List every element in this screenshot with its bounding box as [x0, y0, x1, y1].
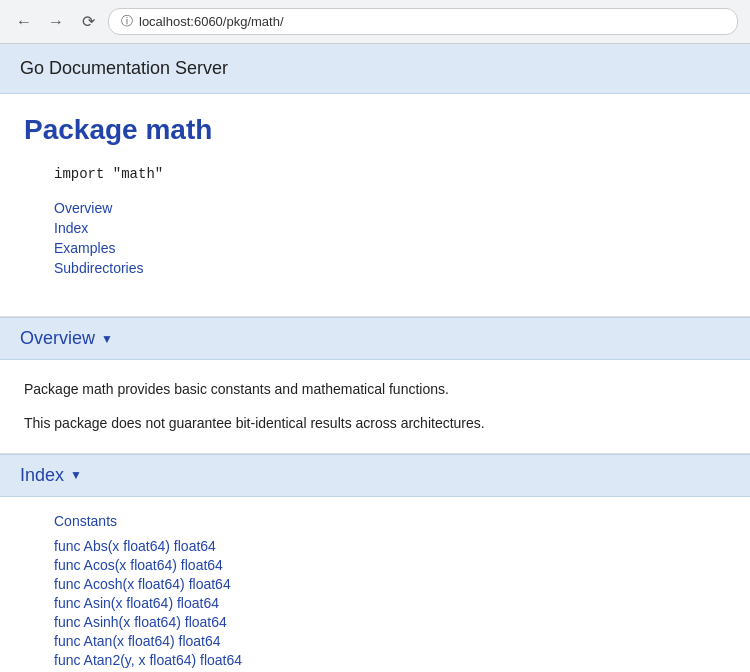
- overview-paragraph-2: This package does not guarantee bit-iden…: [24, 412, 726, 434]
- url-text: localhost:6060/pkg/math/: [139, 14, 284, 29]
- index-links: Constants func Abs(x float64) float64 fu…: [54, 513, 726, 672]
- overview-paragraph-1: Package math provides basic constants an…: [24, 378, 726, 400]
- index-link-func-0[interactable]: func Abs(x float64) float64: [54, 538, 726, 554]
- reload-button[interactable]: ⟳: [76, 10, 100, 34]
- main-content: Package math import "math" Overview Inde…: [0, 94, 750, 316]
- import-statement: import "math": [54, 166, 726, 182]
- site-title: Go Documentation Server: [20, 58, 228, 78]
- index-section: Index ▼ Constants func Abs(x float64) fl…: [0, 454, 750, 672]
- overview-heading: Overview: [20, 328, 95, 349]
- index-header[interactable]: Index ▼: [0, 454, 750, 497]
- index-link-func-6[interactable]: func Atan2(y, x float64) float64: [54, 652, 726, 668]
- forward-button[interactable]: →: [44, 10, 68, 34]
- lock-icon: ⓘ: [121, 13, 133, 30]
- overview-arrow-icon: ▼: [101, 332, 113, 346]
- package-nav: Overview Index Examples Subdirectories: [54, 200, 726, 276]
- index-arrow-icon: ▼: [70, 468, 82, 482]
- overview-section: Overview ▼ Package math provides basic c…: [0, 317, 750, 453]
- overview-header[interactable]: Overview ▼: [0, 317, 750, 360]
- nav-link-overview[interactable]: Overview: [54, 200, 726, 216]
- page-title: Package math: [24, 114, 726, 146]
- page-header: Go Documentation Server: [0, 44, 750, 94]
- overview-content: Package math provides basic constants an…: [0, 360, 750, 453]
- nav-link-examples[interactable]: Examples: [54, 240, 726, 256]
- index-link-func-4[interactable]: func Asinh(x float64) float64: [54, 614, 726, 630]
- nav-link-index[interactable]: Index: [54, 220, 726, 236]
- index-heading: Index: [20, 465, 64, 486]
- back-button[interactable]: ←: [12, 10, 36, 34]
- address-bar[interactable]: ⓘ localhost:6060/pkg/math/: [108, 8, 738, 35]
- index-link-func-3[interactable]: func Asin(x float64) float64: [54, 595, 726, 611]
- index-link-func-1[interactable]: func Acos(x float64) float64: [54, 557, 726, 573]
- index-content: Constants func Abs(x float64) float64 fu…: [0, 497, 750, 672]
- browser-chrome: ← → ⟳ ⓘ localhost:6060/pkg/math/: [0, 0, 750, 44]
- index-link-constants[interactable]: Constants: [54, 513, 726, 529]
- nav-link-subdirectories[interactable]: Subdirectories: [54, 260, 726, 276]
- index-link-func-5[interactable]: func Atan(x float64) float64: [54, 633, 726, 649]
- index-link-func-2[interactable]: func Acosh(x float64) float64: [54, 576, 726, 592]
